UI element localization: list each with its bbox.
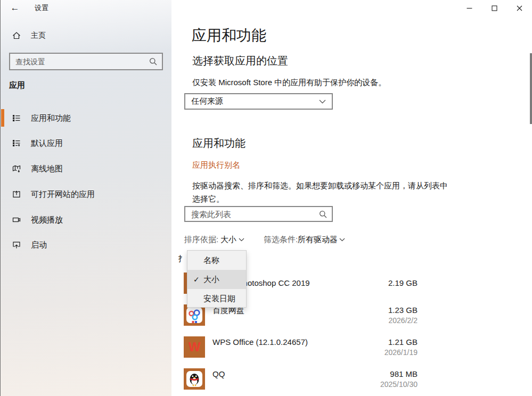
filter-by-label: 筛选条件:	[264, 235, 298, 245]
chevron-down-icon	[319, 100, 326, 104]
sidebar-item-label: 主页	[31, 31, 46, 40]
offline-maps-icon	[12, 164, 21, 173]
back-button[interactable]: ←	[7, 1, 23, 15]
app-install-date: 2026/2/2	[331, 316, 418, 325]
app-row-qq[interactable]: QQ 981 MB 2025/10/30	[171, 368, 532, 396]
search-icon[interactable]	[319, 210, 327, 218]
app-list-search-input[interactable]	[185, 210, 319, 219]
app-row-baidu-netdisk[interactable]: 百度网盘 1.23 GB 2026/2/2	[171, 304, 532, 336]
menu-item-label: 大小	[203, 275, 219, 285]
app-install-date: 2026/1/19	[331, 348, 418, 357]
startup-icon	[12, 241, 21, 249]
apps-description-line1: 按驱动器搜索、排序和筛选。如果想要卸载或移动某个应用，请从列表中	[192, 181, 448, 191]
sort-chevron-down-icon[interactable]	[239, 238, 244, 242]
sidebar-item-apps-features[interactable]: 应用和功能	[1, 108, 171, 129]
qq-app-icon	[184, 368, 205, 390]
search-icon[interactable]	[149, 57, 157, 65]
settings-window: ← 设置 主页 应用	[0, 0, 532, 396]
apps-for-websites-icon	[12, 190, 21, 199]
wps-office-app-icon: W	[184, 336, 205, 358]
checkmark-icon: ✓	[193, 275, 200, 284]
menu-item-label: 安装日期	[203, 294, 235, 304]
app-list-search-box	[184, 206, 333, 222]
page-title: 应用和功能	[192, 26, 266, 46]
apps-features-icon	[12, 114, 21, 122]
filter-by-value[interactable]: 所有驱动器	[298, 235, 338, 245]
sort-by-label: 排序依据:	[184, 235, 218, 245]
close-button[interactable]	[507, 0, 532, 16]
app-row-wps-office[interactable]: W WPS Office (12.1.0.24657) 1.21 GB 2026…	[171, 336, 532, 368]
minimize-button[interactable]	[457, 0, 482, 16]
app-name: WPS Office (12.1.0.24657)	[212, 338, 308, 346]
sidebar-item-home[interactable]: 主页	[1, 25, 171, 46]
vertical-scrollbar-thumb[interactable]	[530, 53, 532, 124]
menu-item-label: 名称	[203, 255, 219, 266]
sidebar-item-label: 视频播放	[31, 215, 63, 225]
apps-description-line2: 选择它。	[192, 194, 224, 204]
sort-menu-item-size[interactable]: ✓ 大小	[187, 270, 246, 289]
sidebar-item-video-playback[interactable]: 视频播放	[1, 209, 171, 230]
app-size: 2.19 GB	[331, 279, 418, 287]
sidebar-item-apps-for-websites[interactable]: 可打开网站的应用	[1, 184, 171, 205]
sort-menu-item-name[interactable]: 名称	[187, 251, 246, 270]
sidebar-section-apps: 应用	[9, 80, 25, 90]
window-title: 设置	[35, 3, 48, 13]
app-name: QQ	[212, 370, 225, 378]
filter-chevron-down-icon[interactable]	[339, 238, 345, 242]
sidebar-item-startup[interactable]: 启动	[1, 234, 171, 255]
choose-source-heading: 选择获取应用的位置	[192, 54, 288, 68]
sidebar-item-label: 默认应用	[31, 138, 63, 148]
maximize-button[interactable]	[482, 0, 507, 16]
app-size: 1.23 GB	[331, 306, 418, 315]
sort-dropdown-menu: 名称 ✓ 大小 安装日期	[187, 250, 247, 308]
main-content: 应用和功能 选择获取应用的位置 仅安装 Microsoft Store 中的应用…	[171, 0, 532, 396]
sidebar-item-label: 离线地图	[31, 164, 63, 174]
app-install-date: 2025/10/30	[331, 380, 418, 389]
home-icon	[12, 31, 21, 40]
default-apps-icon	[12, 139, 21, 147]
settings-search-box	[9, 53, 163, 70]
app-source-dropdown-value: 任何来源	[185, 96, 319, 106]
sidebar-item-label: 启动	[31, 240, 47, 250]
sort-filter-row: 排序依据: 大小 筛选条件: 所有驱动器	[171, 235, 532, 245]
sidebar-item-offline-maps[interactable]: 离线地图	[1, 158, 171, 179]
sidebar-item-default-apps[interactable]: 默认应用	[1, 133, 171, 154]
covered-text-fragment: 扌	[178, 254, 186, 264]
apps-features-heading: 应用和功能	[192, 136, 245, 151]
app-size: 1.21 GB	[331, 338, 418, 346]
sidebar-item-label: 可打开网站的应用	[31, 189, 95, 200]
sidebar-item-label: 应用和功能	[31, 113, 71, 123]
sidebar: ← 设置 主页 应用	[1, 0, 171, 396]
sort-by-value[interactable]: 大小	[220, 235, 236, 245]
settings-search-input[interactable]	[10, 57, 149, 66]
app-execution-aliases-link[interactable]: 应用执行别名	[192, 160, 240, 170]
choose-source-description: 仅安装 Microsoft Store 中的应用有助于保护你的设备。	[192, 78, 386, 88]
video-playback-icon	[12, 216, 21, 224]
sort-menu-item-install-date[interactable]: 安装日期	[187, 289, 246, 308]
app-source-dropdown[interactable]: 任何来源	[184, 93, 333, 110]
app-size: 981 MB	[331, 370, 418, 378]
window-controls	[457, 0, 532, 16]
